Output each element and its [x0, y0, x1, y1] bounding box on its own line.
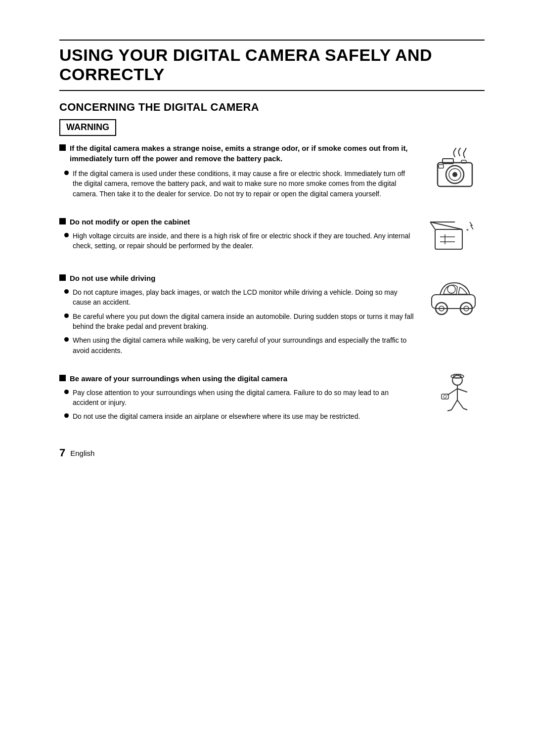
circle-bullet-icon-3 [64, 289, 69, 294]
svg-rect-14 [432, 295, 475, 309]
square-bullet-icon [59, 144, 66, 151]
svg-point-19 [447, 285, 455, 293]
driving-text-1: Do not capture images, play back images,… [73, 287, 415, 308]
cabinet-image [425, 210, 485, 259]
svg-line-24 [447, 389, 457, 395]
warning-sub-bullet: If the digital camera is used under thes… [59, 169, 415, 199]
driving-illustration [428, 271, 482, 315]
cabinet-header: Do not modify or open the cabinet [59, 217, 415, 227]
warning-sub-text: If the digital camera is used under thes… [73, 169, 415, 199]
svg-line-25 [457, 389, 467, 392]
circle-bullet-icon-7 [64, 413, 69, 418]
circle-bullet-icon-2 [64, 233, 69, 237]
content-area: If the digital camera makes a strange no… [59, 143, 485, 426]
svg-line-28 [451, 400, 457, 410]
surroundings-header: Be aware of your surroundings when using… [59, 373, 415, 384]
svg-point-4 [452, 172, 457, 177]
driving-bullet-3: When using the digital camera while walk… [59, 335, 415, 356]
warning-label: WARNING [66, 122, 109, 132]
circle-bullet-icon-4 [64, 313, 69, 318]
main-title: USING YOUR DIGITAL CAMERA SAFELY AND COR… [59, 45, 485, 84]
driving-image [425, 266, 485, 315]
surroundings-left: Be aware of your surroundings when using… [59, 366, 425, 426]
driving-text-3: When using the digital camera while walk… [73, 335, 415, 356]
square-bullet-icon-2 [59, 218, 66, 224]
warning-section: If the digital camera makes a strange no… [59, 143, 485, 203]
svg-rect-6 [439, 165, 444, 168]
page-number: 7 [59, 445, 65, 461]
driving-header-text: Do not use while driving [70, 273, 155, 283]
warning-box: WARNING [59, 119, 116, 136]
circle-bullet-icon-6 [64, 390, 69, 394]
camera-smoke-illustration [428, 148, 482, 192]
surroundings-image [425, 366, 485, 416]
surroundings-text-1: Pay close attention to your surroundings… [73, 388, 415, 408]
driving-left: Do not use while driving Do not capture … [59, 266, 425, 359]
cabinet-header-text: Do not modify or open the cabinet [70, 217, 190, 227]
driving-header: Do not use while driving [59, 273, 415, 283]
driving-section: Do not use while driving Do not capture … [59, 266, 485, 359]
footer: 7 English [59, 445, 485, 461]
svg-line-30 [447, 410, 451, 411]
cabinet-bullet: High voltage circuits are inside, and th… [59, 231, 415, 251]
warning-main-bullet: If the digital camera makes a strange no… [59, 143, 415, 164]
cabinet-illustration [428, 215, 482, 259]
svg-line-29 [457, 400, 463, 408]
circle-bullet-icon [64, 171, 69, 175]
surroundings-bullet-2: Do not use the digital camera inside an … [59, 411, 415, 421]
driving-bullet-2: Be careful where you put down the digita… [59, 311, 415, 332]
square-bullet-icon-3 [59, 274, 66, 281]
svg-rect-7 [435, 229, 462, 249]
cabinet-left: Do not modify or open the cabinet High v… [59, 210, 425, 255]
warning-main-text: If the digital camera makes a strange no… [70, 143, 415, 164]
circle-bullet-icon-5 [64, 337, 69, 342]
surroundings-bullet-1: Pay close attention to your surroundings… [59, 388, 415, 408]
cabinet-section: Do not modify or open the cabinet High v… [59, 210, 485, 259]
square-bullet-icon-4 [59, 375, 66, 381]
section-title: CONCERNING THE DIGITAL CAMERA [59, 100, 485, 115]
surroundings-header-text: Be aware of your surroundings when using… [70, 373, 287, 384]
language-label: English [70, 448, 94, 458]
svg-line-9 [430, 222, 462, 229]
driving-bullet-1: Do not capture images, play back images,… [59, 287, 415, 308]
warning-left: If the digital camera makes a strange no… [59, 143, 425, 203]
cabinet-bullet-text: High voltage circuits are inside, and th… [73, 231, 415, 251]
surroundings-text-2: Do not use the digital camera inside an … [73, 411, 360, 421]
page-title: USING YOUR DIGITAL CAMERA SAFELY AND COR… [59, 40, 485, 91]
surroundings-section: Be aware of your surroundings when using… [59, 366, 485, 426]
driving-text-2: Be careful where you put down the digita… [73, 311, 415, 332]
camera-smoke-image [425, 143, 485, 192]
walking-illustration [428, 371, 482, 416]
svg-line-31 [463, 408, 467, 410]
svg-point-27 [444, 395, 446, 398]
